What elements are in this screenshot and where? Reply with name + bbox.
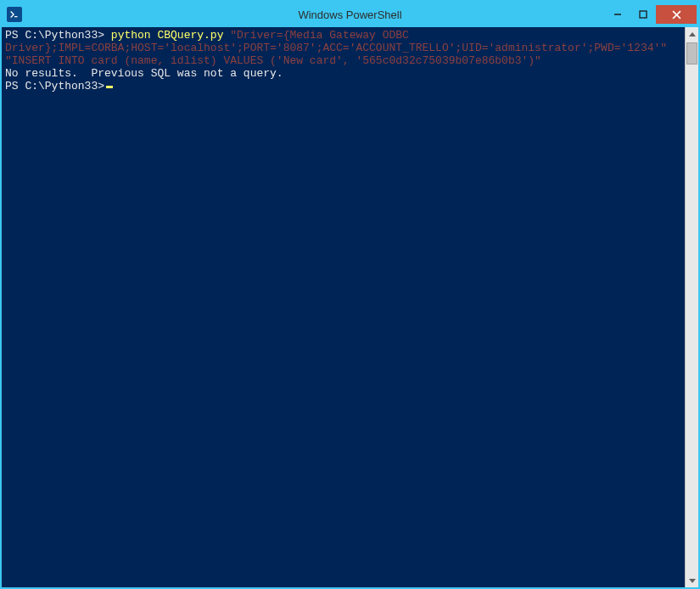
command-1: python CBQuery.py: [104, 29, 230, 42]
minimize-button[interactable]: [605, 5, 630, 24]
maximize-button[interactable]: [630, 5, 656, 24]
titlebar[interactable]: Windows PowerShell: [2, 2, 698, 27]
window-title: Windows PowerShell: [298, 8, 401, 21]
svg-rect-2: [640, 11, 647, 18]
scroll-up-icon[interactable]: [686, 27, 698, 41]
output-line: No results. Previous SQL was not a query…: [5, 67, 283, 80]
prompt-2: PS C:\Python33>: [5, 80, 104, 93]
vertical-scrollbar[interactable]: [685, 27, 698, 587]
cursor: [106, 86, 113, 88]
window-controls: [605, 5, 697, 24]
app-icon: [7, 7, 22, 22]
scroll-down-icon[interactable]: [686, 574, 698, 587]
terminal-area: PS C:\Python33> python CBQuery.py "Drive…: [2, 27, 698, 587]
powershell-window: Windows PowerShell PS C:\Python33> pytho…: [0, 0, 700, 589]
prompt-1: PS C:\Python33>: [5, 29, 104, 42]
scroll-thumb[interactable]: [686, 42, 697, 65]
terminal-content[interactable]: PS C:\Python33> python CBQuery.py "Drive…: [2, 27, 685, 587]
close-button[interactable]: [656, 5, 697, 24]
